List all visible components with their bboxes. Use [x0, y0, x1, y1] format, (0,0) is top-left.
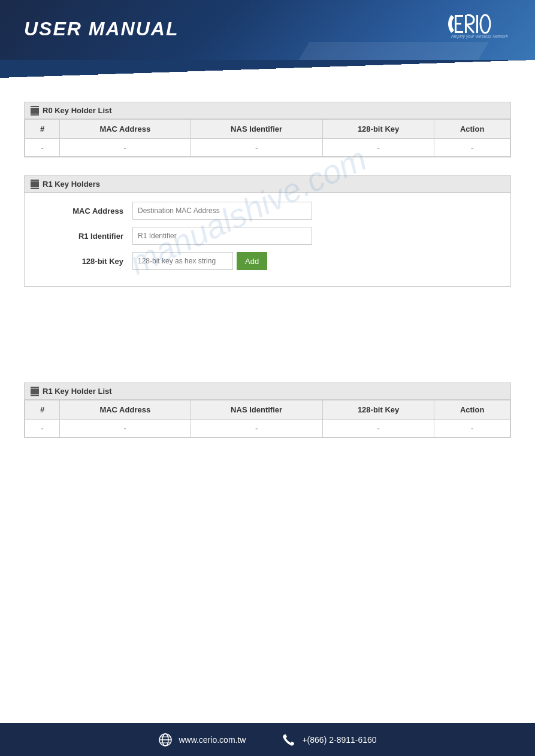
- r1-table-row: - - - - -: [25, 420, 510, 438]
- r0-col-key: 128-bit Key: [322, 120, 434, 139]
- r0-key-holder-section: R0 Key Holder List # MAC Address NAS Ide…: [24, 102, 511, 157]
- r1-identifier-input[interactable]: [132, 227, 312, 245]
- r1-identifier-label: R1 Identifier: [37, 232, 132, 241]
- r0-col-num: #: [25, 120, 60, 139]
- phone-text: +(866) 2-8911-6160: [302, 735, 376, 745]
- svg-rect-3: [455, 31, 463, 33]
- svg-rect-5: [476, 15, 478, 33]
- r0-row-mac: -: [60, 139, 191, 157]
- phone-icon: [282, 733, 296, 747]
- logo-area: Amplify your Wireless Network: [445, 9, 517, 39]
- r1-list-title: R1 Key Holder List: [43, 387, 112, 396]
- svg-rect-2: [455, 23, 461, 25]
- page-footer: www.cerio.com.tw +(866) 2-8911-6160: [0, 723, 535, 756]
- r1-row-mac: -: [60, 420, 191, 438]
- r1-list-section: R1 Key Holder List # MAC Address NAS Ide…: [24, 382, 511, 438]
- main-content: manualshive.com R0 Key Holder List # MAC…: [0, 78, 535, 462]
- mac-address-input[interactable]: [132, 202, 312, 220]
- r1-holders-section: R1 Key Holders MAC Address R1 Identifier…: [24, 175, 511, 287]
- r0-row-nas: -: [191, 139, 323, 157]
- r1-row-nas: -: [191, 420, 323, 438]
- r1-col-mac: MAC Address: [60, 400, 191, 420]
- r1-table-header-row: # MAC Address NAS Identifier 128-bit Key…: [25, 400, 510, 420]
- r1-list-header: R1 Key Holder List: [25, 383, 510, 400]
- key-row: 128-bit Key Add: [37, 252, 498, 270]
- r1-col-nas: NAS Identifier: [191, 400, 323, 420]
- add-button[interactable]: Add: [237, 252, 267, 270]
- r0-section-header: R0 Key Holder List: [25, 102, 510, 119]
- key-input-group: Add: [132, 252, 267, 270]
- r1-holders-icon: [31, 181, 39, 187]
- r0-col-mac: MAC Address: [60, 120, 191, 139]
- website-text: www.cerio.com.tw: [179, 735, 246, 745]
- svg-text:Amplify your Wireless Network: Amplify your Wireless Network: [451, 34, 508, 39]
- r1-list-icon: [31, 388, 39, 394]
- r1-holders-form: MAC Address R1 Identifier 128-bit Key Ad…: [25, 193, 510, 286]
- r0-table: # MAC Address NAS Identifier 128-bit Key…: [25, 119, 510, 157]
- r0-table-header-row: # MAC Address NAS Identifier 128-bit Key…: [25, 120, 510, 139]
- footer-phone: +(866) 2-8911-6160: [282, 733, 376, 747]
- r1-holders-title: R1 Key Holders: [43, 180, 100, 189]
- page-title: USER MANUAL: [24, 18, 179, 40]
- cerio-logo: Amplify your Wireless Network: [445, 9, 517, 39]
- page-header: USER MANUAL Amplify your Wireless Networ…: [0, 0, 535, 78]
- r0-row-num: -: [25, 139, 60, 157]
- svg-point-6: [480, 15, 490, 33]
- globe-icon: [158, 733, 173, 747]
- r1-row-num: -: [25, 420, 60, 438]
- mac-label: MAC Address: [37, 207, 132, 215]
- footer-website: www.cerio.com.tw: [158, 733, 246, 747]
- r1-table: # MAC Address NAS Identifier 128-bit Key…: [25, 400, 510, 438]
- svg-rect-1: [455, 15, 463, 17]
- r0-table-row: - - - - -: [25, 139, 510, 157]
- r1-row-key: -: [322, 420, 434, 438]
- key-input[interactable]: [132, 252, 233, 270]
- key-label: 128-bit Key: [37, 257, 132, 266]
- r1-holders-header: R1 Key Holders: [25, 176, 510, 193]
- r0-col-nas: NAS Identifier: [191, 120, 323, 139]
- r0-section-icon: [31, 108, 39, 114]
- r1-col-num: #: [25, 400, 60, 420]
- r1-row-action: -: [434, 420, 510, 438]
- r1-identifier-row: R1 Identifier: [37, 227, 498, 245]
- r0-col-action: Action: [434, 120, 510, 139]
- r1-col-action: Action: [434, 400, 510, 420]
- r1-col-key: 128-bit Key: [322, 400, 434, 420]
- mac-address-row: MAC Address: [37, 202, 498, 220]
- r0-section-title: R0 Key Holder List: [43, 106, 112, 115]
- r0-row-action: -: [434, 139, 510, 157]
- r0-row-key: -: [322, 139, 434, 157]
